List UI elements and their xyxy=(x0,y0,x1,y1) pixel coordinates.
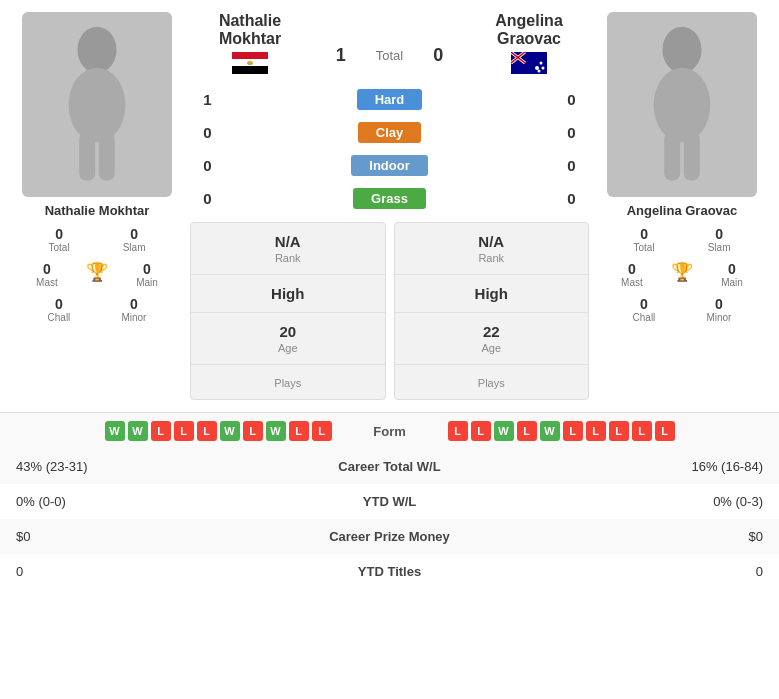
svg-rect-3 xyxy=(99,131,115,180)
left-player-area: Nathalie Mokhtar 0 Total 0 Slam 0 xyxy=(12,12,182,327)
hard-badge-area: Hard xyxy=(225,89,554,110)
stat-label-2: Career Prize Money xyxy=(290,519,490,554)
right-form-4: L xyxy=(517,421,537,441)
left-rank-label: Rank xyxy=(275,252,301,264)
right-total-stat: 0 Total xyxy=(634,226,655,253)
right-header-name-line2: Graovac xyxy=(497,30,561,48)
left-player-name: Nathalie Mokhtar xyxy=(45,203,150,218)
right-player-name: Angelina Graovac xyxy=(627,203,738,218)
stats-row-2: $0 Career Prize Money $0 xyxy=(0,519,779,554)
hard-score-right: 0 xyxy=(554,91,589,108)
svg-point-15 xyxy=(542,67,545,70)
left-slam-stat: 0 Slam xyxy=(123,226,146,253)
stats-row-1: 0% (0-0) YTD W/L 0% (0-3) xyxy=(0,484,779,519)
stats-row-3: 0 YTD Titles 0 xyxy=(0,554,779,589)
stat-left-3: 0 xyxy=(0,554,290,589)
left-header-name-line2: Mokhtar xyxy=(219,30,281,48)
right-player-photo xyxy=(607,12,757,197)
left-form-1: W xyxy=(105,421,125,441)
left-level-value: High xyxy=(271,285,304,302)
right-rank-row: N/A Rank xyxy=(395,223,589,275)
left-form-5: L xyxy=(197,421,217,441)
left-age-label: Age xyxy=(278,342,298,354)
right-slam-stat: 0 Slam xyxy=(708,226,731,253)
grass-score-left: 0 xyxy=(190,190,225,207)
right-age-label: Age xyxy=(481,342,501,354)
left-chall-stat: 0 Chall xyxy=(48,296,71,323)
right-trophy-icon: 🏆 xyxy=(671,261,693,288)
grass-row: 0 Grass 0 xyxy=(190,183,589,214)
right-form-1: L xyxy=(448,421,468,441)
right-minor-stat: 0 Minor xyxy=(706,296,731,323)
left-age-value: 20 xyxy=(279,323,296,340)
right-age-value: 22 xyxy=(483,323,500,340)
right-plays-label: Plays xyxy=(478,377,505,389)
svg-point-17 xyxy=(662,26,701,72)
right-mast-stat: 0 Mast xyxy=(621,261,643,288)
right-player-header: Angelina Graovac xyxy=(469,12,589,74)
right-player-area: Angelina Graovac 0 Total 0 Slam 0 Mast xyxy=(597,12,767,327)
svg-point-14 xyxy=(540,62,543,65)
stat-left-1: 0% (0-0) xyxy=(0,484,290,519)
svg-point-18 xyxy=(654,67,711,142)
total-label: Total xyxy=(376,48,403,63)
left-player-photo xyxy=(22,12,172,197)
svg-rect-6 xyxy=(232,66,268,74)
australia-flag xyxy=(511,52,547,74)
right-form-2: L xyxy=(471,421,491,441)
left-form-7: L xyxy=(243,421,263,441)
left-main-stat: 0 Main xyxy=(136,261,158,288)
grass-badge-area: Grass xyxy=(225,188,554,209)
stat-label-1: YTD W/L xyxy=(290,484,490,519)
right-form-3: W xyxy=(494,421,514,441)
form-label: Form xyxy=(340,424,440,439)
left-rank-row: N/A Rank xyxy=(191,223,385,275)
center-area: Nathalie Mokhtar 1 xyxy=(190,12,589,400)
hard-row: 1 Hard 0 xyxy=(190,84,589,115)
clay-score-left: 0 xyxy=(190,124,225,141)
indoor-badge: Indoor xyxy=(351,155,427,176)
total-score-left: 1 xyxy=(336,45,346,66)
clay-badge: Clay xyxy=(358,122,421,143)
right-form-badges: L L W L W L L L L L xyxy=(448,421,768,441)
center-names-row: Nathalie Mokhtar 1 xyxy=(190,12,589,74)
left-form-10: L xyxy=(312,421,332,441)
left-form-9: L xyxy=(289,421,309,441)
right-form-7: L xyxy=(586,421,606,441)
left-trophy-icon: 🏆 xyxy=(86,261,108,288)
right-level-value: High xyxy=(475,285,508,302)
clay-row: 0 Clay 0 xyxy=(190,117,589,148)
left-plays-row: Plays xyxy=(191,365,385,399)
left-player-header: Nathalie Mokhtar xyxy=(190,12,310,74)
form-section: W W L L L W L W L L Form L L W L W L L L… xyxy=(0,412,779,449)
right-plays-row: Plays xyxy=(395,365,589,399)
left-header-name-line1: Nathalie xyxy=(219,12,281,30)
left-silhouette xyxy=(52,25,142,185)
svg-rect-4 xyxy=(232,52,268,60)
right-rank-value: N/A xyxy=(478,233,504,250)
right-header-name-line1: Angelina xyxy=(495,12,563,30)
clay-score-right: 0 xyxy=(554,124,589,141)
right-level-row: High xyxy=(395,275,589,313)
left-mast-stat: 0 Mast xyxy=(36,261,58,288)
left-form-2: W xyxy=(128,421,148,441)
left-level-row: High xyxy=(191,275,385,313)
left-form-8: W xyxy=(266,421,286,441)
left-player-stats: 0 Total 0 Slam 0 Mast 🏆 xyxy=(22,222,172,327)
indoor-score-right: 0 xyxy=(554,157,589,174)
svg-point-0 xyxy=(77,26,116,72)
grass-score-right: 0 xyxy=(554,190,589,207)
left-rank-value: N/A xyxy=(275,233,301,250)
top-section: Nathalie Mokhtar 0 Total 0 Slam 0 xyxy=(0,0,779,412)
right-age-row: 22 Age xyxy=(395,313,589,365)
stat-right-0: 16% (16-84) xyxy=(490,449,780,484)
left-form-3: L xyxy=(151,421,171,441)
right-form-9: L xyxy=(632,421,652,441)
stats-table: 43% (23-31) Career Total W/L 16% (16-84)… xyxy=(0,449,779,589)
left-form-6: W xyxy=(220,421,240,441)
hard-badge: Hard xyxy=(357,89,423,110)
stat-right-2: $0 xyxy=(490,519,780,554)
svg-point-16 xyxy=(538,70,541,73)
egypt-flag xyxy=(232,52,268,74)
right-rank-label: Rank xyxy=(478,252,504,264)
